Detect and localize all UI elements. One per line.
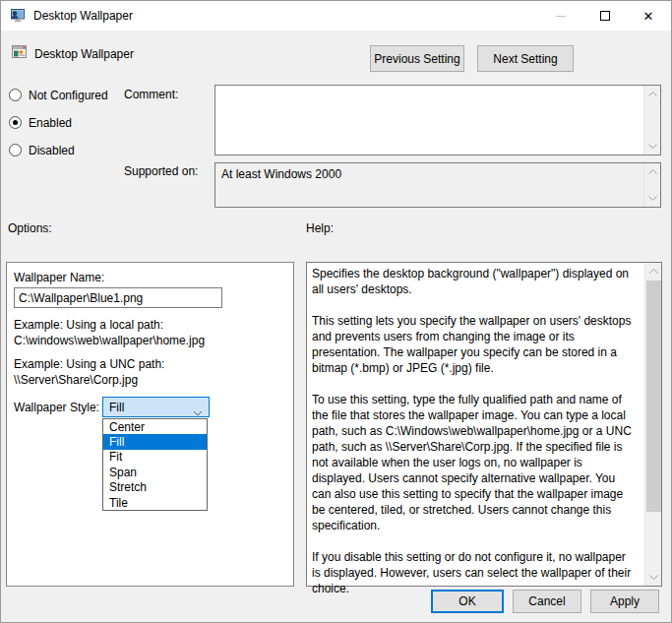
apply-button[interactable]: Apply	[590, 590, 659, 613]
supported-scrollbar[interactable]	[643, 163, 660, 207]
help-text: Specifies the desktop background ("wallp…	[312, 266, 637, 596]
maximize-button[interactable]	[592, 3, 618, 29]
scroll-down-icon[interactable]	[645, 570, 662, 585]
comment-label: Comment:	[124, 88, 178, 101]
wallpaper-name-input[interactable]: C:\Wallpaper\Blue1.png	[14, 287, 222, 308]
group-policy-icon	[10, 8, 26, 24]
wallpaper-name-label: Wallpaper Name:	[14, 271, 104, 284]
next-setting-button[interactable]: Next Setting	[477, 45, 574, 72]
maximize-icon	[600, 11, 610, 21]
supported-on-value: At least Windows 2000	[221, 167, 341, 181]
example-local-label: Example: Using a local path:	[14, 318, 163, 332]
dropdown-option-center[interactable]: Center	[103, 419, 207, 434]
wallpaper-name-value: C:\Wallpaper\Blue1.png	[19, 291, 143, 305]
scroll-up-icon[interactable]	[644, 164, 661, 179]
titlebar: Desktop Wallpaper ✕	[1, 1, 672, 31]
radio-icon	[9, 144, 22, 156]
scroll-down-icon[interactable]	[644, 139, 661, 154]
previous-setting-button[interactable]: Previous Setting	[370, 45, 464, 72]
close-button[interactable]: ✕	[636, 3, 661, 29]
chevron-down-icon	[193, 405, 203, 419]
cancel-button[interactable]: Cancel	[513, 590, 581, 613]
wallpaper-style-combobox[interactable]: Fill	[102, 397, 210, 417]
dropdown-option-fit[interactable]: Fit	[103, 450, 207, 465]
dropdown-option-stretch[interactable]: Stretch	[103, 480, 207, 495]
example-unc-path: \\Server\Share\Corp.jpg	[14, 373, 138, 387]
wallpaper-style-dropdown-list: Center Fill Fit Span Stretch Tile	[102, 418, 208, 511]
comment-textarea[interactable]	[214, 85, 661, 156]
setting-title: Desktop Wallpaper	[34, 47, 134, 61]
dropdown-option-fill[interactable]: Fill	[103, 434, 207, 449]
supported-on-label: Supported on:	[124, 164, 198, 178]
desktop-wallpaper-dialog: Desktop Wallpaper ✕ Desktop Wallpaper Pr…	[0, 0, 672, 623]
dropdown-option-tile[interactable]: Tile	[103, 495, 207, 510]
help-scrollbar[interactable]	[644, 263, 661, 586]
help-section-label: Help:	[306, 221, 334, 235]
radio-enabled[interactable]: Enabled	[9, 115, 72, 130]
setting-icon	[11, 43, 28, 60]
scroll-down-icon[interactable]	[644, 191, 661, 206]
radio-not-configured[interactable]: Not Configured	[9, 88, 108, 102]
supported-on-field: At least Windows 2000	[214, 162, 661, 208]
dropdown-option-span[interactable]: Span	[103, 465, 207, 479]
close-icon: ✕	[643, 10, 654, 23]
radio-disabled[interactable]: Disabled	[9, 143, 75, 157]
scroll-up-icon[interactable]	[644, 87, 661, 101]
scrollbar-thumb[interactable]	[646, 280, 661, 512]
options-section-label: Options:	[8, 221, 52, 235]
radio-label: Not Configured	[29, 89, 108, 102]
comment-scrollbar[interactable]	[643, 86, 660, 155]
radio-icon	[9, 116, 22, 129]
help-panel: Specifies the desktop background ("wallp…	[306, 262, 662, 587]
minimize-icon	[556, 16, 566, 17]
wallpaper-style-label: Wallpaper Style:	[14, 401, 99, 414]
radio-label: Disabled	[29, 144, 75, 157]
window-title: Desktop Wallpaper	[33, 9, 133, 23]
example-local-path: C:\windows\web\wallpaper\home.jpg	[14, 334, 205, 347]
minimize-button[interactable]	[548, 3, 574, 29]
scroll-up-icon[interactable]	[645, 264, 662, 279]
radio-label: Enabled	[29, 116, 72, 130]
example-unc-label: Example: Using a UNC path:	[14, 357, 164, 371]
ok-button[interactable]: OK	[431, 590, 504, 613]
radio-icon	[9, 89, 22, 101]
combobox-value: Fill	[109, 401, 124, 414]
